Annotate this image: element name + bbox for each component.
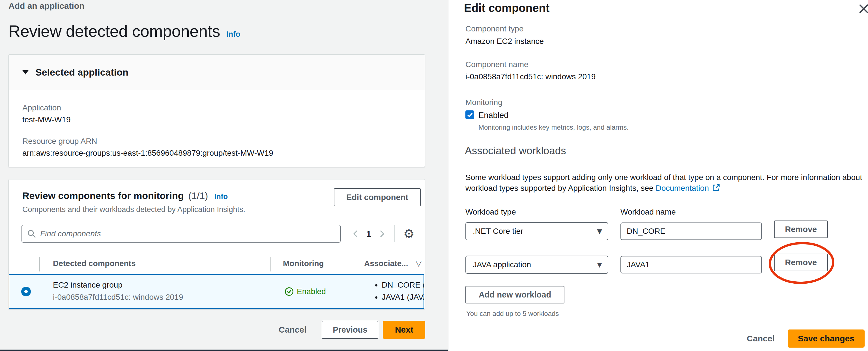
workload-type-label: Workload type bbox=[465, 207, 516, 216]
workload-type-select[interactable]: JAVA application ▼ bbox=[465, 256, 608, 274]
edit-component-panel: Edit component Component type Amazon EC2… bbox=[448, 0, 868, 351]
page-title-row: Review detected components Info bbox=[8, 22, 240, 40]
edit-component-button[interactable]: Edit component bbox=[334, 188, 421, 206]
workload-type-selected-value: JAVA application bbox=[473, 260, 531, 269]
monitoring-checkbox-label: Enabled bbox=[478, 111, 508, 120]
app-root: Add an application Review detected compo… bbox=[0, 0, 868, 351]
monitoring-status: Enabled bbox=[284, 287, 326, 296]
caret-down-icon: ▼ bbox=[597, 261, 602, 268]
toolbar-divider bbox=[394, 225, 395, 242]
workload-limit-note: You can add up to 5 workloads bbox=[466, 310, 559, 318]
column-detected-components: Detected components bbox=[53, 259, 136, 268]
radio-selected-icon[interactable] bbox=[21, 287, 31, 296]
sort-triangle-icon[interactable]: ▽ bbox=[415, 258, 422, 268]
cancel-button[interactable]: Cancel bbox=[279, 325, 306, 334]
selected-application-body: Application test-MW-W19 Resource group A… bbox=[9, 90, 425, 158]
remove-workload-button[interactable]: Remove bbox=[774, 254, 828, 271]
check-circle-icon bbox=[284, 287, 294, 296]
page-title: Review detected components bbox=[8, 22, 220, 40]
selected-application-header[interactable]: Selected application bbox=[9, 55, 425, 90]
selected-application-card: Selected application Application test-MW… bbox=[8, 54, 425, 167]
workload-type-select[interactable]: .NET Core tier ▼ bbox=[465, 222, 608, 240]
resource-group-arn-value: arn:aws:resource-groups:us-east-1:856960… bbox=[22, 149, 411, 158]
workload-name-input[interactable] bbox=[620, 223, 762, 240]
workload-name-input[interactable] bbox=[620, 256, 762, 273]
workload-name-label: Workload name bbox=[620, 207, 676, 216]
pagination-current-page[interactable]: 1 bbox=[366, 229, 371, 239]
review-components-card: Review components for monitoring (1/1) I… bbox=[8, 179, 425, 309]
panel-title: Edit component bbox=[464, 2, 550, 14]
component-name-value: i-0a0858a7fd11cd51c: windows 2019 bbox=[465, 72, 595, 81]
monitoring-label: Monitoring bbox=[465, 98, 502, 107]
component-name: EC2 instance group bbox=[53, 281, 123, 290]
table-row[interactable]: EC2 instance group i-0a0858a7fd11cd51c: … bbox=[9, 274, 424, 309]
column-divider bbox=[271, 257, 271, 271]
application-value: test-MW-W19 bbox=[22, 115, 411, 124]
associated-workloads-list: DN_CORE (.NET JAVA1 (JAVA ap bbox=[372, 279, 424, 303]
panel-footer: Cancel Save changes bbox=[747, 329, 865, 348]
associated-workloads-heading: Associated workloads bbox=[465, 145, 566, 157]
close-icon[interactable] bbox=[858, 3, 868, 15]
chevron-left-icon[interactable] bbox=[352, 229, 359, 239]
review-components-count: (1/1) bbox=[188, 190, 208, 201]
previous-button[interactable]: Previous bbox=[322, 321, 378, 339]
search-input[interactable] bbox=[40, 225, 340, 242]
page-title-info-link[interactable]: Info bbox=[226, 30, 240, 39]
column-associated: Associate... bbox=[364, 259, 408, 268]
pagination: 1 ⚙ bbox=[352, 225, 414, 242]
caret-down-icon: ▼ bbox=[597, 228, 602, 235]
chevron-right-icon[interactable] bbox=[378, 229, 386, 239]
selected-application-title: Selected application bbox=[35, 67, 128, 78]
column-divider bbox=[352, 257, 352, 271]
next-button[interactable]: Next bbox=[383, 321, 425, 339]
workload-item: DN_CORE (.NET bbox=[382, 279, 424, 291]
column-monitoring: Monitoring bbox=[283, 259, 324, 268]
panel-cancel-button[interactable]: Cancel bbox=[747, 334, 775, 343]
column-divider bbox=[39, 257, 40, 271]
component-type-value: Amazon EC2 instance bbox=[465, 37, 544, 46]
review-components-title: Review components for monitoring bbox=[22, 190, 184, 201]
collapse-triangle-icon bbox=[22, 70, 29, 75]
component-type-label: Component type bbox=[465, 24, 523, 33]
review-components-description: Components and their workloads detected … bbox=[22, 205, 425, 214]
component-name-label: Component name bbox=[465, 60, 528, 69]
monitoring-status-text: Enabled bbox=[297, 287, 326, 296]
search-box bbox=[22, 225, 341, 242]
add-new-workload-button[interactable]: Add new workload bbox=[465, 286, 564, 303]
wizard-footer: Cancel Previous Next bbox=[279, 321, 425, 339]
review-components-info-link[interactable]: Info bbox=[214, 192, 228, 201]
monitoring-checkbox[interactable] bbox=[465, 110, 474, 119]
footer-bar bbox=[0, 350, 448, 351]
breadcrumb: Add an application bbox=[8, 1, 84, 11]
documentation-link[interactable]: Documentation bbox=[655, 184, 709, 193]
gear-icon[interactable]: ⚙ bbox=[403, 228, 414, 240]
workload-type-selected-value: .NET Core tier bbox=[473, 227, 523, 236]
table-header: Detected components Monitoring Associate… bbox=[9, 253, 424, 274]
workload-item: JAVA1 (JAVA ap bbox=[382, 291, 424, 303]
application-label: Application bbox=[22, 103, 411, 112]
save-changes-button[interactable]: Save changes bbox=[788, 329, 865, 348]
checkmark-icon bbox=[467, 112, 473, 118]
search-icon bbox=[27, 229, 36, 238]
remove-workload-button[interactable]: Remove bbox=[774, 221, 828, 238]
workloads-description: Some workload types support adding only … bbox=[465, 172, 867, 194]
resource-group-arn-label: Resource group ARN bbox=[22, 137, 411, 146]
component-instance: i-0a0858a7fd11cd51c: windows 2019 bbox=[53, 293, 183, 302]
monitoring-help-text: Monitoring includes key metrics, logs, a… bbox=[478, 123, 629, 131]
external-link-icon[interactable] bbox=[712, 183, 720, 192]
